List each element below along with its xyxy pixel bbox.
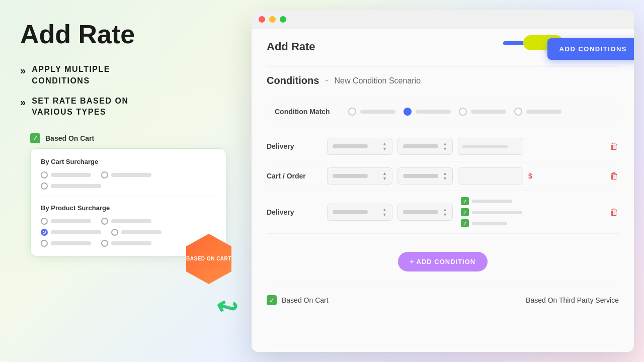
- radio-item-3[interactable]: [41, 183, 101, 190]
- radio-item-4[interactable]: [41, 218, 91, 225]
- condition-row-delivery-1: Delivery ▲▼ ▲▼ 🗑: [267, 132, 619, 161]
- stepper-arrows-1[interactable]: ▲▼: [382, 141, 387, 151]
- dollar-icon: $: [528, 172, 532, 180]
- green-check-1[interactable]: ✓: [461, 197, 469, 205]
- traffic-light-green[interactable]: [280, 16, 286, 23]
- delivery-input-1[interactable]: [458, 138, 523, 155]
- radio-bar-8: [51, 241, 91, 245]
- check-item-1: ✓: [461, 197, 522, 205]
- stepper-arrows-cart-v[interactable]: ▲▼: [443, 171, 447, 181]
- delete-icon-cart[interactable]: 🗑: [610, 171, 619, 182]
- hexagon-text: BASED ON CART: [186, 255, 231, 262]
- page-title: Add Rate: [267, 40, 315, 53]
- delivery-value-select-1[interactable]: ▲▼: [397, 138, 453, 155]
- header-divider: [267, 66, 619, 67]
- radio-bar-6: [51, 230, 101, 234]
- delivery-select-1[interactable]: ▲▼: [327, 138, 392, 155]
- based-on-cart-checkbox[interactable]: ✓: [30, 133, 40, 143]
- browser-titlebar: [252, 10, 634, 29]
- checkbox-group-delivery: ✓ ✓ ✓: [461, 197, 522, 227]
- radio-item-8[interactable]: [41, 240, 91, 247]
- check-bar-2: [472, 211, 522, 214]
- radio-item-7[interactable]: [111, 229, 162, 236]
- conditions-separator: -: [325, 75, 328, 86]
- radio-circle-9[interactable]: [101, 240, 108, 247]
- based-on-cart-bottom: ✓ Based On Cart: [267, 295, 329, 305]
- condition-match-label: Condition Match: [275, 108, 340, 116]
- select-bar-d2: [333, 210, 368, 214]
- radio-opt-3[interactable]: [459, 108, 506, 116]
- radio-opt-circle-3[interactable]: [459, 108, 467, 116]
- radio-circle-2[interactable]: [101, 171, 108, 178]
- stepper-arrows-d2v[interactable]: ▲▼: [443, 207, 447, 217]
- cart-surcharge-radios: [41, 171, 216, 190]
- based-on-cart-checkbox-bottom[interactable]: ✓: [267, 295, 277, 305]
- radio-opt-1[interactable]: [348, 108, 395, 116]
- radio-opt-circle-4[interactable]: [514, 108, 522, 116]
- radio-item-9[interactable]: [101, 240, 151, 247]
- radio-row-1: [41, 171, 216, 178]
- select-bar-cart: [333, 174, 368, 178]
- scenario-label: New Condition Scenario: [334, 76, 421, 85]
- browser-content: Add Rate SAVE BACK Conditions - New Cond…: [252, 29, 634, 352]
- radio-opt-bar-4: [526, 110, 561, 114]
- check-bar-1: [472, 200, 512, 203]
- radio-circle-3[interactable]: [41, 183, 48, 190]
- card-divider: [41, 197, 216, 197]
- based-on-cart-label: Based On Cart: [45, 134, 94, 142]
- radio-circle-1[interactable]: [41, 171, 48, 178]
- radio-circle-4[interactable]: [41, 218, 48, 225]
- browser-window: ADD CONDITIONS Add Rate SAVE BACK Condit…: [252, 10, 634, 352]
- radio-bar-2: [111, 173, 151, 177]
- traffic-light-yellow[interactable]: [269, 16, 276, 23]
- condition-match-row: Condition Match: [267, 102, 619, 122]
- radio-item-6[interactable]: [41, 229, 101, 236]
- radio-item-2[interactable]: [101, 171, 151, 178]
- radio-opt-2[interactable]: [404, 108, 451, 116]
- radio-bar-7: [121, 230, 162, 234]
- green-check-3[interactable]: ✓: [461, 219, 469, 227]
- radio-opt-4[interactable]: [514, 108, 561, 116]
- check-item-3: ✓: [461, 219, 522, 227]
- add-conditions-button[interactable]: ADD CONDITIONS: [547, 38, 634, 60]
- radio-circle-6-selected[interactable]: [41, 229, 48, 236]
- delivery-select-2[interactable]: ▲▼: [327, 204, 392, 221]
- delete-icon-delivery-1[interactable]: 🗑: [610, 141, 619, 152]
- radio-opt-bar-2: [416, 110, 451, 114]
- delivery-value-select-2[interactable]: ▲▼: [397, 204, 453, 221]
- select-bar-value-1: [403, 144, 438, 148]
- cart-value-select[interactable]: ▲▼: [397, 167, 453, 185]
- radio-bar-1: [51, 173, 91, 177]
- condition-row-delivery-2: Delivery ▲▼ ▲▼ ✓ ✓ ✓: [267, 191, 619, 234]
- green-check-2[interactable]: ✓: [461, 208, 469, 216]
- stepper-arrows-cart[interactable]: ▲▼: [382, 171, 387, 181]
- product-surcharge-title: By Product Surcharge: [41, 204, 216, 212]
- radio-opt-circle-2-active[interactable]: [404, 108, 412, 116]
- radio-circle-7[interactable]: [111, 229, 118, 236]
- radio-opt-circle-1[interactable]: [348, 108, 356, 116]
- radio-item-5[interactable]: [101, 218, 151, 225]
- bullet-text-1: APPLY MULTIPLECONDITIONS: [32, 64, 110, 86]
- conditions-title: Conditions: [267, 75, 319, 86]
- traffic-light-red[interactable]: [259, 16, 265, 23]
- cart-surcharge-title: By Cart Surcharge: [41, 158, 216, 165]
- stepper-arrows-d2[interactable]: ▲▼: [382, 207, 387, 217]
- radio-circle-5[interactable]: [101, 218, 108, 225]
- left-panel: Add Rate » APPLY MULTIPLECONDITIONS » SE…: [0, 0, 247, 362]
- cart-input[interactable]: [458, 167, 523, 185]
- bullet-list: » APPLY MULTIPLECONDITIONS » SET RATE BA…: [20, 64, 226, 118]
- bullet-item-1: » APPLY MULTIPLECONDITIONS: [20, 64, 226, 86]
- radio-item-1[interactable]: [41, 171, 91, 178]
- add-condition-button[interactable]: + ADD CONDITION: [398, 252, 488, 272]
- row-label-delivery-1: Delivery: [267, 142, 322, 150]
- radio-circle-8[interactable]: [41, 240, 48, 247]
- cart-select[interactable]: ▲▼: [327, 167, 392, 185]
- select-bar-value-d2: [403, 210, 438, 214]
- main-title: Add Rate: [20, 20, 226, 49]
- hexagon-shape: BASED ON CART: [186, 234, 231, 284]
- row-label-delivery-2: Delivery: [267, 208, 322, 216]
- condition-row-cart: Cart / Order ▲▼ ▲▼ $ 🗑: [267, 161, 619, 191]
- row-label-cart: Cart / Order: [267, 172, 322, 180]
- delete-icon-delivery-2[interactable]: 🗑: [610, 207, 619, 218]
- stepper-arrows-1b[interactable]: ▲▼: [443, 141, 447, 151]
